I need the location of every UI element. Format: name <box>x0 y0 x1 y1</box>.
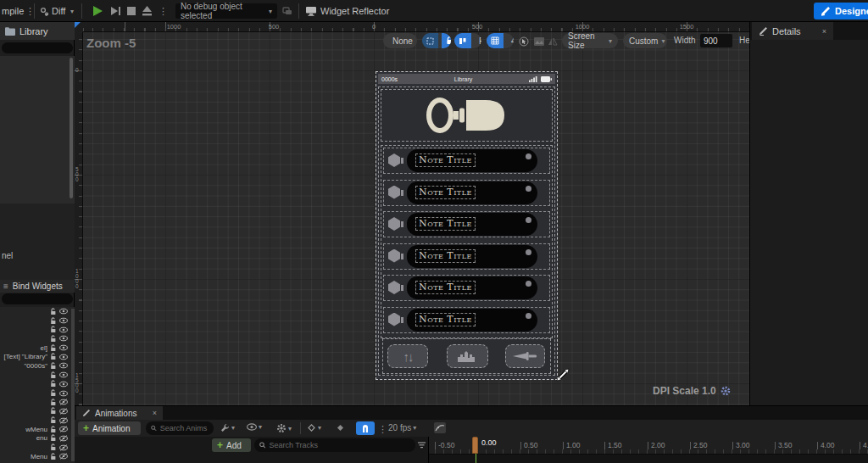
eject-button[interactable] <box>142 6 153 16</box>
unlock-icon[interactable] <box>50 407 57 415</box>
visibility-eye-icon[interactable] <box>59 371 68 378</box>
designer-viewport[interactable]: 1000500050010001500 050010001500 Zoom -5… <box>75 22 749 405</box>
hierarchy-row[interactable] <box>0 334 75 343</box>
sequencer-settings-dropdown[interactable]: ▾ <box>220 423 235 432</box>
flip-preview-icon[interactable] <box>548 37 558 46</box>
unlock-icon[interactable] <box>50 326 57 333</box>
play-button[interactable] <box>91 4 104 18</box>
widget-content-panel[interactable]: Note Title Note Title <box>378 86 555 376</box>
visibility-eye-icon[interactable] <box>59 435 68 442</box>
curve-editor-icon[interactable] <box>434 422 446 433</box>
unlock-icon[interactable] <box>50 353 57 360</box>
visibility-eye-icon[interactable] <box>59 317 68 324</box>
hierarchy-row[interactable] <box>0 407 75 416</box>
hierarchy-row[interactable] <box>0 416 75 425</box>
visibility-eye-icon[interactable] <box>59 390 68 397</box>
visibility-eye-icon[interactable] <box>59 362 68 369</box>
hierarchy-row[interactable] <box>0 371 75 380</box>
close-icon[interactable]: × <box>822 27 826 36</box>
hierarchy-row[interactable] <box>0 325 75 334</box>
dpi-settings-gear-icon[interactable] <box>721 386 731 396</box>
visibility-eye-icon[interactable] <box>59 308 68 315</box>
debug-filter-icon[interactable] <box>282 6 293 16</box>
tab-details[interactable]: Details × <box>752 22 833 40</box>
compile-button[interactable]: mpile <box>2 6 24 16</box>
grid-snap-dropdown[interactable]: 4 <box>487 33 514 48</box>
hierarchy-row[interactable] <box>0 307 75 316</box>
note-list-item[interactable]: Note Title <box>383 243 550 270</box>
tab-library[interactable]: Library <box>0 22 75 40</box>
unlock-icon[interactable] <box>50 426 57 433</box>
unlock-icon[interactable] <box>50 362 57 370</box>
preview-background-icon[interactable] <box>534 37 544 46</box>
unlock-icon[interactable] <box>50 416 57 424</box>
auto-key-icon[interactable] <box>336 423 345 432</box>
filter-icon[interactable] <box>418 442 426 449</box>
hierarchy-row[interactable]: enu <box>0 434 75 443</box>
library-search-input[interactable] <box>2 42 73 53</box>
resize-cursor-icon[interactable] <box>556 368 570 382</box>
widget-reflector-button[interactable]: Widget Reflector <box>320 6 389 16</box>
visibility-eye-icon[interactable] <box>59 381 68 388</box>
note-list-item[interactable]: Note Title <box>383 307 550 333</box>
debug-object-dropdown[interactable]: No debug object selected ▾ <box>175 3 277 19</box>
visibility-eye-icon[interactable] <box>59 453 68 460</box>
bind-widgets-header[interactable]: ≡ Bind Widgets <box>0 280 75 293</box>
scale-mode-dropdown[interactable]: Custom ▾ <box>623 33 667 48</box>
bind-widgets-search-input[interactable] <box>2 293 73 304</box>
fps-dropdown[interactable]: 20 fps ▾ <box>388 423 416 432</box>
diff-dropdown[interactable]: Diff <box>52 6 65 16</box>
visibility-eye-icon[interactable] <box>59 399 68 405</box>
search-tracks-box[interactable] <box>254 438 415 452</box>
designer-mode-button[interactable]: Designer <box>814 3 868 20</box>
note-list-item[interactable]: Note Title <box>383 211 550 237</box>
hierarchy-row[interactable]: el] <box>0 343 75 353</box>
cursor-tool-icon[interactable] <box>519 36 529 47</box>
hierarchy-row[interactable]: Menu <box>0 452 75 461</box>
widget-status-bar[interactable]: 0000s Library <box>378 74 555 84</box>
step-button[interactable] <box>109 5 121 17</box>
keyframe-type-dropdown[interactable]: ▾ <box>307 423 321 432</box>
unlock-icon[interactable] <box>50 399 57 406</box>
localization-preview-dropdown[interactable]: None <box>383 33 417 48</box>
unlock-icon[interactable] <box>50 335 57 343</box>
note-pill[interactable]: Note Title <box>407 213 537 236</box>
visibility-eye-icon[interactable] <box>59 426 68 432</box>
width-input[interactable] <box>700 34 732 47</box>
unlock-icon[interactable] <box>50 371 57 379</box>
visibility-eye-icon[interactable] <box>59 444 68 451</box>
visibility-eye-icon[interactable] <box>59 344 68 351</box>
hierarchy-row[interactable] <box>0 443 75 452</box>
search-anims-box[interactable] <box>146 421 214 435</box>
add-track-button[interactable]: + Add <box>212 438 251 452</box>
note-pill[interactable]: Note Title <box>407 181 537 204</box>
unlock-icon[interactable] <box>50 443 57 451</box>
unlock-icon[interactable] <box>50 389 57 397</box>
unlock-icon[interactable] <box>50 308 57 315</box>
unlock-icon[interactable] <box>50 453 57 460</box>
selection-lock-toggle[interactable] <box>422 33 451 48</box>
palette-item-fragment[interactable]: nel <box>2 251 13 260</box>
unlock-icon[interactable] <box>50 317 57 325</box>
stop-button[interactable] <box>126 6 136 16</box>
search-anims-input[interactable] <box>160 424 209 432</box>
source-control-icon[interactable] <box>40 7 49 16</box>
visibility-eye-icon[interactable] <box>59 408 68 415</box>
snap-magnet-toggle[interactable] <box>356 421 375 435</box>
add-animation-button[interactable]: + Animation <box>78 421 141 435</box>
screen-size-dropdown[interactable]: Screen Size ▾ <box>562 33 618 48</box>
widget-button-row[interactable]: ↑↓ <box>382 338 551 374</box>
note-pill[interactable]: Note Title <box>407 309 537 332</box>
hierarchy-row[interactable]: "0000s" <box>0 361 75 371</box>
note-list-item[interactable]: Note Title <box>383 275 550 301</box>
tab-animations[interactable]: Animations × <box>76 406 163 420</box>
respect-locks-toggle[interactable]: R <box>454 33 481 48</box>
hierarchy-row[interactable]: wMenu <box>0 425 75 434</box>
sort-button[interactable]: ↑↓ <box>387 344 428 368</box>
note-pill[interactable]: Note Title <box>407 245 537 268</box>
dagger-button[interactable] <box>505 344 545 368</box>
unlock-icon[interactable] <box>50 344 57 352</box>
hierarchy-row[interactable]: [Text] "Library" <box>0 352 75 361</box>
keyframe-options-dropdown[interactable]: ▾ <box>276 423 292 433</box>
note-list-item[interactable]: Note Title <box>383 148 550 174</box>
